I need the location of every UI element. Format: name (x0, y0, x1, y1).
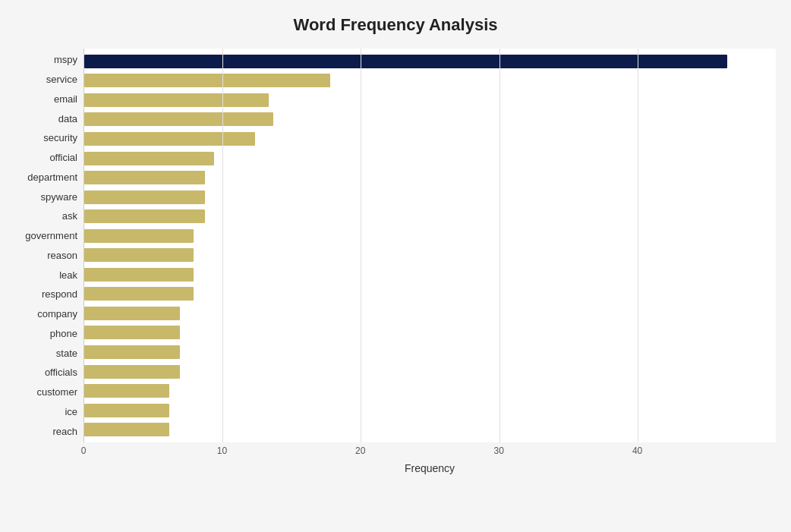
bar-data (84, 112, 273, 126)
y-label-department: department (15, 172, 77, 182)
y-label-phone: phone (15, 329, 77, 338)
chart-area: mspyserviceemaildatasecurityofficialdepa… (15, 49, 776, 474)
bar-ask (84, 209, 205, 223)
bar-row-security (84, 131, 768, 147)
bar-row-ask (84, 208, 768, 225)
y-label-ask: ask (15, 211, 77, 221)
chart-container: Word Frequency Analysis mspyserviceemail… (0, 0, 791, 532)
x-tick-10: 10 (217, 445, 227, 456)
y-label-officials: officials (15, 367, 77, 377)
y-label-state: state (15, 348, 77, 358)
chart-title: Word Frequency Analysis (15, 15, 776, 35)
bar-row-reason (84, 247, 768, 263)
bar-row-department (84, 169, 768, 186)
bar-spyware (84, 190, 205, 204)
x-axis-label-row: Frequency (15, 461, 776, 474)
bar-row-phone (84, 324, 768, 341)
y-label-ice: ice (15, 407, 77, 417)
x-tick-30: 30 (494, 445, 504, 456)
bar-ice (84, 404, 169, 417)
bars-area (84, 49, 776, 442)
y-label-spyware: spyware (15, 192, 77, 202)
bar-row-data (84, 111, 768, 127)
y-label-leak: leak (15, 270, 77, 280)
bar-row-government (84, 228, 768, 244)
x-ticks: 010203040 (84, 445, 776, 461)
y-labels: mspyserviceemaildatasecurityofficialdepa… (15, 49, 84, 442)
x-tick-20: 20 (355, 445, 365, 456)
bar-row-mspy (84, 53, 768, 70)
y-label-service: service (15, 74, 77, 84)
bar-customer (84, 384, 169, 398)
bar-reach (84, 423, 169, 436)
y-label-security: security (15, 133, 77, 143)
y-label-company: company (15, 309, 77, 319)
bar-row-reach (84, 421, 768, 438)
y-label-data: data (15, 114, 77, 124)
y-label-government: government (15, 231, 77, 241)
bar-leak (84, 268, 194, 282)
bar-row-leak (84, 266, 768, 283)
bar-phone (84, 326, 180, 339)
y-label-reach: reach (15, 427, 77, 436)
bar-row-service (84, 72, 768, 89)
y-label-email: email (15, 94, 77, 104)
bar-row-ice (84, 402, 768, 419)
bar-officials (84, 365, 180, 379)
bar-row-email (84, 92, 768, 109)
bar-department (84, 171, 205, 184)
bar-row-customer (84, 382, 768, 399)
plot-area: mspyserviceemaildatasecurityofficialdepa… (15, 49, 776, 442)
bar-row-company (84, 305, 768, 322)
x-tick-40: 40 (632, 445, 642, 456)
bar-company (84, 307, 180, 320)
bar-row-officials (84, 364, 768, 380)
bar-mspy (84, 55, 727, 68)
bar-row-spyware (84, 189, 768, 206)
bar-row-official (84, 150, 768, 167)
x-axis-label: Frequency (84, 462, 776, 474)
bar-security (84, 132, 255, 146)
bar-row-respond (84, 285, 768, 302)
y-label-respond: respond (15, 289, 77, 299)
y-label-customer: customer (15, 387, 77, 397)
y-label-official: official (15, 153, 77, 162)
bar-official (84, 152, 214, 165)
bar-service (84, 74, 330, 87)
x-tick-0: 0 (81, 445, 87, 456)
x-axis-area: 010203040 (15, 445, 776, 461)
bar-respond (84, 287, 194, 301)
bar-email (84, 93, 269, 107)
x-axis-spacer (15, 445, 84, 461)
x-axis-label-spacer (15, 461, 84, 474)
bar-state (84, 345, 180, 359)
bar-row-state (84, 344, 768, 360)
y-label-mspy: mspy (15, 55, 77, 65)
y-label-reason: reason (15, 250, 77, 260)
bar-government (84, 229, 194, 243)
bar-reason (84, 248, 194, 262)
